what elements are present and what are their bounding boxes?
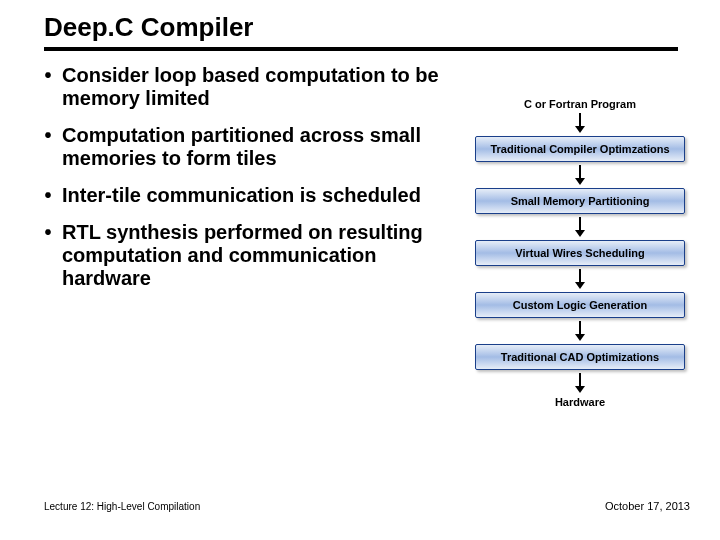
bullet-text: Consider loop based computation to be me… [62, 64, 450, 110]
arrow-down-icon [572, 217, 588, 237]
bullet-dot: • [40, 64, 56, 87]
diagram-input-label: C or Fortran Program [524, 98, 636, 110]
bullet-dot: • [40, 184, 56, 207]
slide-title: Deep.C Compiler [44, 12, 678, 51]
svg-marker-7 [575, 282, 585, 289]
bullet-dot: • [40, 221, 56, 244]
arrow-down-icon [572, 165, 588, 185]
arrow-down-icon [572, 269, 588, 289]
bullet-text: RTL synthesis performed on resulting com… [62, 221, 450, 290]
list-item: • RTL synthesis performed on resulting c… [40, 221, 450, 290]
svg-marker-5 [575, 230, 585, 237]
diagram-output-label: Hardware [555, 396, 605, 408]
diagram-stage: Custom Logic Generation [475, 292, 685, 318]
svg-marker-11 [575, 386, 585, 393]
bullet-text: Computation partitioned across small mem… [62, 124, 450, 170]
diagram-stage: Virtual Wires Scheduling [475, 240, 685, 266]
arrow-down-icon [572, 321, 588, 341]
list-item: • Consider loop based computation to be … [40, 64, 450, 110]
pipeline-diagram: C or Fortran Program Traditional Compile… [464, 96, 696, 410]
bullet-list: • Consider loop based computation to be … [40, 64, 450, 304]
footer-date: October 17, 2013 [605, 500, 690, 512]
list-item: • Inter-tile communication is scheduled [40, 184, 450, 207]
svg-marker-3 [575, 178, 585, 185]
bullet-dot: • [40, 124, 56, 147]
diagram-stage: Traditional CAD Optimizations [475, 344, 685, 370]
arrow-down-icon [572, 113, 588, 133]
footer-lecture: Lecture 12: High-Level Compilation [44, 501, 200, 512]
list-item: • Computation partitioned across small m… [40, 124, 450, 170]
svg-marker-9 [575, 334, 585, 341]
svg-marker-1 [575, 126, 585, 133]
arrow-down-icon [572, 373, 588, 393]
diagram-stage: Small Memory Partitioning [475, 188, 685, 214]
diagram-stage: Traditional Compiler Optimzations [475, 136, 685, 162]
bullet-text: Inter-tile communication is scheduled [62, 184, 450, 207]
